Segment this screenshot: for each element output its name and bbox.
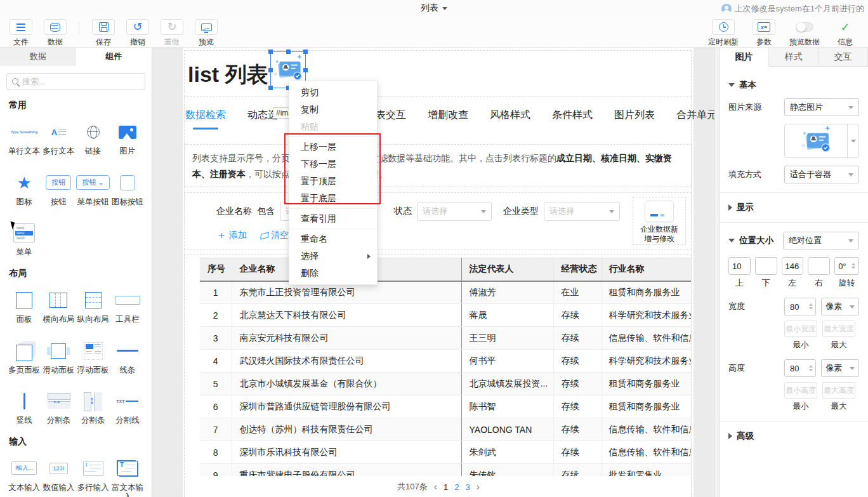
component-item[interactable]: T 富文本输入 <box>111 458 144 497</box>
component-item[interactable]: 工具栏 <box>111 289 144 325</box>
crud-component[interactable]: 企业数据新增与修改 <box>633 197 686 245</box>
menu-item-select[interactable]: 选择 <box>289 248 377 265</box>
component-item[interactable]: Type Something 单行文本 <box>8 121 41 157</box>
image-preview-picker[interactable] <box>784 124 859 158</box>
component-item[interactable]: 图片 <box>111 121 144 157</box>
component-item[interactable]: 线条 <box>111 340 144 376</box>
menu-item-paste[interactable]: 粘贴 <box>289 118 377 135</box>
menu-item-cut[interactable]: 剪切 <box>289 84 377 101</box>
toolbar-button[interactable]: 数据 <box>38 19 72 48</box>
resize-handle[interactable] <box>286 50 291 54</box>
page-number[interactable]: 2 <box>454 482 459 492</box>
component-item[interactable]: 浮动面板 <box>77 340 110 376</box>
spinner-icon[interactable] <box>809 303 813 310</box>
toolbar-button[interactable]: 撤销 <box>121 19 155 48</box>
status-select[interactable]: 请选择 <box>417 202 492 221</box>
height-unit-select[interactable]: 像素 <box>821 359 859 377</box>
canvas-tab[interactable]: 表交互 <box>376 109 406 129</box>
min-width-input[interactable]: 最小宽度 <box>784 321 817 337</box>
spinner-icon[interactable] <box>809 365 813 371</box>
next-page-button[interactable]: › <box>477 481 480 493</box>
component-item[interactable]: 按钮 ⌄ 菜单按钮 <box>76 172 109 208</box>
resize-handle[interactable] <box>303 68 308 72</box>
component-item[interactable]: TXT 分割线 <box>111 390 144 426</box>
page-number[interactable]: 1 <box>444 482 448 492</box>
position-left-input[interactable]: 146 <box>782 257 804 275</box>
width-unit-select[interactable]: 像素 <box>821 298 859 315</box>
component-item[interactable]: I 多行输入 <box>77 458 110 497</box>
section-position-header[interactable]: 位置大小 绝对位置 <box>728 232 859 249</box>
component-item[interactable]: 多页面板 <box>8 340 41 376</box>
canvas-tab[interactable]: 增删改查 <box>428 109 468 129</box>
component-item[interactable]: ★ 图标 <box>8 172 41 208</box>
resize-handle[interactable] <box>303 50 308 54</box>
menu-item-delete[interactable]: 删除 <box>289 265 377 282</box>
doc-title-dropdown[interactable]: 列表 <box>421 3 447 14</box>
rotate-input[interactable]: 0° <box>834 257 859 275</box>
menu-item-move-down[interactable]: 下移一层 <box>289 156 377 173</box>
component-item[interactable]: 123I 数值输入 <box>42 458 75 497</box>
toolbar-button[interactable]: 信息 <box>825 19 865 48</box>
component-item[interactable]: 竖线 <box>8 390 41 426</box>
max-width-input[interactable]: 最大宽度 <box>822 321 855 337</box>
menu-item-send-to-back[interactable]: 置于底层 <box>289 190 377 207</box>
component-item[interactable]: 纵向布局 <box>77 289 110 325</box>
company-type-select[interactable]: 请选择 <box>544 202 620 221</box>
canvas-tab[interactable]: 风格样式 <box>490 109 530 129</box>
properties-tab[interactable]: 图片 <box>720 48 769 67</box>
section-basic-header[interactable]: 基本 <box>728 79 859 91</box>
menu-item-move-up[interactable]: 上移一层 <box>289 138 377 156</box>
canvas-tab[interactable]: 条件样式 <box>552 109 593 129</box>
toolbar-button[interactable]: 预览数据 <box>784 19 825 48</box>
header-num[interactable]: 序号 <box>200 258 232 281</box>
component-item[interactable]: 图标按钮 <box>111 172 144 208</box>
component-item[interactable]: 滑动面板 <box>42 340 75 376</box>
component-item[interactable]: 横向布局 <box>42 289 75 325</box>
header-status[interactable]: 经营状态 <box>553 258 601 281</box>
component-item[interactable]: 按钮 按钮 <box>42 172 75 208</box>
position-mode-select[interactable]: 绝对位置 <box>783 232 859 249</box>
position-bottom-input[interactable] <box>755 257 777 275</box>
properties-tab[interactable]: 样式 <box>769 48 819 67</box>
resize-handle[interactable] <box>268 50 273 54</box>
width-input[interactable]: 80 <box>784 298 816 315</box>
component-item[interactable]: Item1Item2Item3 菜单 <box>8 222 41 258</box>
header-industry[interactable]: 行业名称 <box>601 258 691 281</box>
page-number[interactable]: 3 <box>465 482 470 492</box>
toolbar-button[interactable]: 重做 <box>155 19 189 48</box>
section-display-header[interactable]: 显示 <box>728 202 859 213</box>
max-height-input[interactable]: 最大高度 <box>822 382 855 399</box>
menu-item-bring-to-front[interactable]: 置于顶层 <box>289 173 377 190</box>
canvas-tab[interactable]: 数据检索 <box>185 109 226 129</box>
component-item[interactable]: 链接 <box>76 121 109 157</box>
search-input[interactable] <box>22 77 140 86</box>
position-right-input[interactable] <box>808 257 830 275</box>
toolbar-button[interactable]: 定时刷新 <box>703 19 744 48</box>
component-item[interactable]: 分割条 <box>77 390 110 426</box>
toolbar-button[interactable]: x= 参数 <box>744 19 784 48</box>
canvas-tab[interactable]: 合并单元格 <box>676 109 716 129</box>
component-item[interactable]: 面板 <box>8 289 41 325</box>
component-search[interactable] <box>6 73 145 89</box>
position-top-input[interactable]: 10 <box>728 257 751 275</box>
spinner-icon[interactable] <box>852 263 855 269</box>
fill-mode-select[interactable]: 适合于容器 <box>784 166 859 183</box>
min-height-input[interactable]: 最小高度 <box>784 382 817 399</box>
height-input[interactable]: 80 <box>784 359 816 377</box>
image-picker-dropdown[interactable] <box>847 124 858 157</box>
toolbar-button[interactable]: 文件 <box>4 19 38 48</box>
add-button[interactable]: ＋添加 <box>216 230 247 241</box>
menu-item-copy[interactable]: 复制 <box>289 101 377 118</box>
component-item[interactable]: I输入... 文本输入 <box>8 458 41 497</box>
component-item[interactable]: A 多行文本 <box>42 121 75 157</box>
canvas-tab[interactable]: 图片列表 <box>614 109 655 129</box>
clear-button[interactable]: 清空 <box>261 230 289 241</box>
header-legal-rep[interactable]: 法定代表人 <box>461 258 553 281</box>
toolbar-button[interactable]: 保存 <box>86 19 121 48</box>
menu-item-view-references[interactable]: 查看引用 <box>289 210 377 227</box>
toolbar-button[interactable]: 预览 <box>189 19 223 48</box>
sidebar-tab[interactable]: 组件 <box>76 48 152 65</box>
resize-handle[interactable] <box>268 86 273 90</box>
menu-item-rename[interactable]: 重命名 <box>289 230 377 248</box>
image-source-select[interactable]: 静态图片 <box>784 98 859 116</box>
